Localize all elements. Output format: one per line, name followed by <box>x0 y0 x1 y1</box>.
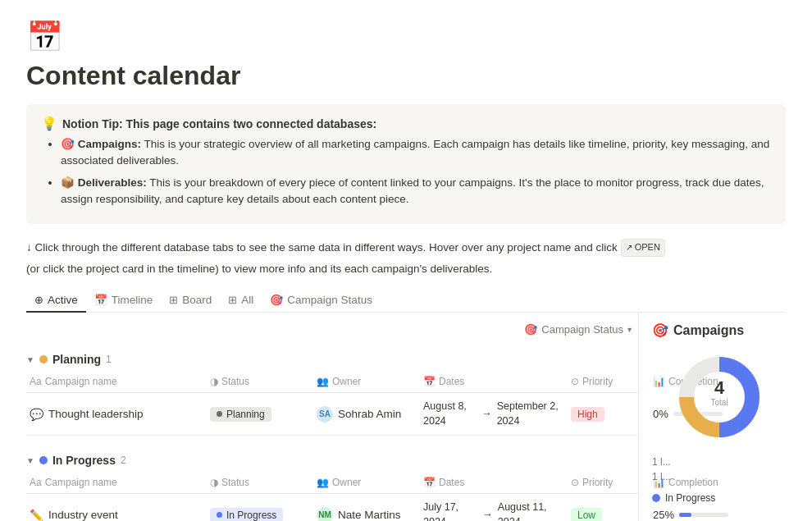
tip-label: Notion Tip: This page contains two conne… <box>62 117 376 130</box>
active-tab-icon: ⊕ <box>34 294 43 306</box>
svg-text:4: 4 <box>714 377 724 398</box>
tabs-bar: ⊕ Active 📅 Timeline ⊞ Board ⊞ All 🎯 Camp… <box>26 289 786 313</box>
col-priority-2: ⊙ Priority <box>568 475 650 490</box>
campaign-name-thought-leadership: 💬 Thought leadership <box>26 406 207 423</box>
col-owner-2: 👥 Owner <box>313 475 420 490</box>
all-tab-icon: ⊞ <box>228 294 237 306</box>
priority-low-badge: Low <box>571 508 602 521</box>
svg-text:Total: Total <box>710 398 728 407</box>
tab-all[interactable]: ⊞ All <box>220 289 262 313</box>
priority-high-badge: High <box>571 407 604 422</box>
in-progress-count: 2 <box>121 455 126 466</box>
side-list-item-1: 1 l... <box>652 455 786 469</box>
page-icon: 📅 <box>26 20 786 54</box>
filter-icon: 🎯 <box>524 323 537 336</box>
in-progress-toggle[interactable]: ▼ <box>26 456 34 465</box>
right-panel: 🎯 Campaigns 4 Total <box>638 313 786 521</box>
table-row[interactable]: 💬 Thought leadership Planning SA Sohrab … <box>26 393 638 436</box>
col-campaign-name-1: Aa Campaign name <box>26 374 207 389</box>
chevron-down-icon: ▾ <box>627 325 632 334</box>
col-status-1: ◑ Status <box>207 374 313 389</box>
side-list-item-2: 1 l... <box>652 469 786 484</box>
avatar-nm: NM <box>317 507 333 521</box>
campaigns-icon: 🎯 <box>652 322 668 338</box>
left-panel: 🎯 Campaign Status ▾ ▼ Planning 1 Aa Camp… <box>26 313 638 521</box>
in-progress-section-header: ▼ In Progress 2 <box>26 446 638 472</box>
planning-label: Planning <box>52 353 101 366</box>
priority-thought-leadership: High <box>568 405 650 423</box>
thought-leadership-icon: 💬 <box>30 408 43 421</box>
planning-table-header: Aa Campaign name ◑ Status 👥 Owner 📅 Date… <box>26 371 638 393</box>
planning-dot <box>39 355 48 363</box>
right-panel-title: 🎯 Campaigns <box>652 322 786 338</box>
board-tab-icon: ⊞ <box>169 294 178 306</box>
status-industry-event: In Progress <box>207 506 313 521</box>
col-status-2: ◑ Status <box>207 475 313 490</box>
planning-badge: Planning <box>210 407 271 422</box>
page-title: Content calendar <box>26 61 786 91</box>
status-thought-leadership: Planning <box>207 405 313 423</box>
col-dates-1: 📅 Dates <box>420 374 568 389</box>
owner-thought-leadership: SA Sohrab Amin <box>313 404 420 424</box>
in-progress-badge: In Progress <box>210 508 283 521</box>
col-priority-1: ⊙ Priority <box>568 374 650 389</box>
tip-item-campaigns: 🎯 Campaigns: This is your strategic over… <box>61 136 771 170</box>
main-content: 🎯 Campaign Status ▾ ▼ Planning 1 Aa Camp… <box>26 313 786 521</box>
filter-bar: 🎯 Campaign Status ▾ <box>26 313 638 345</box>
tip-list: 🎯 Campaigns: This is your strategic over… <box>61 136 771 208</box>
timeline-tab-icon: 📅 <box>94 294 107 306</box>
tip-item-deliverables: 📦 Deliverables: This is your breakdown o… <box>61 175 771 208</box>
owner-industry-event: NM Nate Martins <box>313 505 420 521</box>
campaign-status-tab-icon: 🎯 <box>270 294 283 306</box>
legend-item-in-progress: In Progress <box>652 492 786 504</box>
campaign-status-filter[interactable]: 🎯 Campaign Status ▾ <box>518 321 638 338</box>
dates-thought-leadership: August 8, 2024 → September 2, 2024 <box>420 398 568 430</box>
donut-chart: 4 Total <box>670 348 769 446</box>
tip-icon: 💡 <box>41 116 57 131</box>
donut-chart-container: 4 Total <box>652 348 786 446</box>
in-progress-table-header: Aa Campaign name ◑ Status 👥 Owner 📅 Date… <box>26 472 638 494</box>
col-campaign-name-2: Aa Campaign name <box>26 475 207 490</box>
legend-dot-in-progress <box>652 494 660 502</box>
open-badge: ↗ OPEN <box>621 239 665 257</box>
dates-industry-event: July 17, 2024 → August 11, 2024 <box>420 499 568 521</box>
col-owner-1: 👥 Owner <box>313 374 420 389</box>
instruction-text: ↓ Click through the different database t… <box>26 239 786 277</box>
tip-box: 💡 Notion Tip: This page contains two con… <box>26 104 786 224</box>
planning-section-header: ▼ Planning 1 <box>26 345 638 371</box>
tab-timeline[interactable]: 📅 Timeline <box>86 289 162 313</box>
industry-event-icon: ✏️ <box>30 509 43 521</box>
tab-campaign-status[interactable]: 🎯 Campaign Status <box>262 289 381 313</box>
planning-count: 1 <box>106 354 112 365</box>
tab-board[interactable]: ⊞ Board <box>161 289 220 313</box>
legend: In Progress <box>652 492 786 504</box>
campaign-name-industry-event: ✏️ Industry event <box>26 507 207 521</box>
avatar-sa: SA <box>317 406 333 423</box>
planning-toggle[interactable]: ▼ <box>26 355 34 364</box>
in-progress-label: In Progress <box>52 454 116 467</box>
col-dates-2: 📅 Dates <box>420 475 568 490</box>
priority-industry-event: Low <box>568 506 650 521</box>
table-row[interactable]: ✏️ Industry event In Progress NM Nate Ma… <box>26 494 638 521</box>
in-progress-dot <box>39 456 48 464</box>
tab-active[interactable]: ⊕ Active <box>26 289 86 313</box>
